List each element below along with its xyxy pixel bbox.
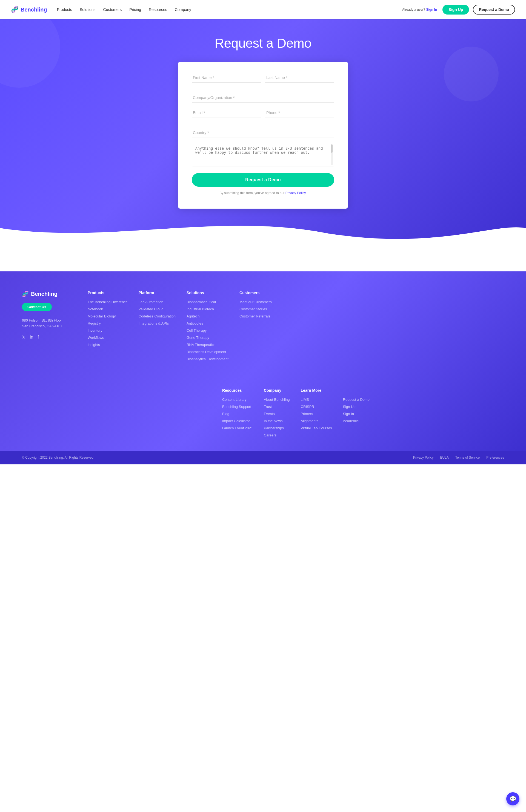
footer-link-careers[interactable]: Careers: [264, 433, 276, 437]
footer-link-bioanalytical[interactable]: Bioanalytical Development: [186, 357, 228, 361]
footer-link-benchling-support[interactable]: Benchling Support: [222, 405, 251, 409]
hero-wave: [0, 212, 526, 245]
submit-button[interactable]: Request a Demo: [192, 173, 334, 187]
footer-link-sign-up[interactable]: Sign Up: [343, 405, 356, 409]
footer-link-sign-in[interactable]: Sign In: [343, 412, 354, 416]
footer-col-company: Company About Benchling Trust Events In …: [264, 388, 290, 440]
logo-icon: 🧬: [11, 6, 18, 13]
footer-link-biopharma[interactable]: Biopharmaceutical: [186, 300, 216, 304]
footer-link-antibodies[interactable]: Antibodies: [186, 321, 203, 325]
logo[interactable]: 🧬 Benchling: [11, 6, 47, 13]
footer-link-crispr[interactable]: CRISPR: [301, 405, 314, 409]
first-name-input[interactable]: [192, 73, 261, 83]
privacy-policy-link[interactable]: Privacy Policy.: [285, 191, 306, 195]
footer-link-lab-automation[interactable]: Lab Automation: [139, 300, 163, 304]
footer-address: 680 Folsom St., 8th Floor San Francisco,…: [22, 318, 71, 329]
contact-us-button[interactable]: Contact Us: [22, 303, 52, 311]
footer-link-molecular-biology[interactable]: Molecular Biology: [88, 314, 116, 318]
footer-link-workflows[interactable]: Workflows: [88, 335, 104, 340]
footer-link-inventory[interactable]: Inventory: [88, 329, 102, 333]
address-line1: 680 Folsom St., 8th Floor: [22, 318, 71, 323]
sign-in-link[interactable]: Sign In: [426, 8, 437, 12]
footer-bottom-cols: Resources Content Library Benchling Supp…: [22, 388, 504, 440]
name-row: [192, 73, 334, 88]
footer-link-impact-calculator[interactable]: Impact Calculator: [222, 419, 250, 423]
footer-link-academic[interactable]: Academic: [343, 419, 359, 423]
linkedin-icon[interactable]: in: [30, 335, 33, 340]
header: 🧬 Benchling Products Solutions Customers…: [0, 0, 526, 19]
footer-link-blog[interactable]: Blog: [222, 412, 229, 416]
last-name-input[interactable]: [265, 73, 334, 83]
footer-solutions-list: Biopharmaceutical Industrial Biotech Agr…: [186, 299, 228, 361]
footer-link-virtual-lab[interactable]: Virtual Lab Courses: [301, 426, 332, 430]
footer-link-gene-therapy[interactable]: Gene Therapy: [186, 335, 209, 340]
footer-link-notebook[interactable]: Notebook: [88, 307, 103, 311]
twitter-icon[interactable]: 𝕏: [22, 335, 26, 340]
footer-solutions-heading: Solutions: [186, 291, 228, 295]
footer-link-registry[interactable]: Registry: [88, 321, 101, 325]
footer-link-content-library[interactable]: Content Library: [222, 397, 246, 402]
nav-solutions[interactable]: Solutions: [80, 8, 95, 12]
footer-preferences[interactable]: Preferences: [486, 455, 504, 460]
footer-link-integrations[interactable]: Integrations & APIs: [139, 321, 169, 325]
footer-link-validated-cloud[interactable]: Validated Cloud: [139, 307, 164, 311]
footer-link-insights[interactable]: Insights: [88, 343, 100, 347]
last-name-group: [265, 73, 334, 83]
footer-link-benchling-difference[interactable]: The Benchling Difference: [88, 300, 127, 304]
request-demo-nav-button[interactable]: Request a Demo: [473, 5, 515, 15]
signup-button[interactable]: Sign Up: [442, 5, 469, 15]
footer-link-cell-therapy[interactable]: Cell Therapy: [186, 329, 207, 333]
footer-top: 🧬 Benchling Contact Us 680 Folsom St., 8…: [22, 291, 504, 363]
copyright: © Copyright 2022 Benchling. All Rights R…: [22, 455, 94, 460]
footer-link-trust[interactable]: Trust: [264, 405, 272, 409]
logo-text: Benchling: [20, 6, 47, 13]
footer-customers-list: Meet our Customers Customer Stories Cust…: [239, 299, 272, 319]
footer-link-in-the-news[interactable]: In the News: [264, 419, 283, 423]
footer-col-learn-more-extra: - Request a Demo Sign Up Sign In Academi…: [343, 388, 370, 440]
footer-link-meet-customers[interactable]: Meet our Customers: [239, 300, 272, 304]
footer-eula[interactable]: EULA: [440, 455, 449, 460]
nav-pricing[interactable]: Pricing: [129, 8, 141, 12]
first-name-group: [192, 73, 261, 83]
footer-link-rna-therapeutics[interactable]: RNA Therapeutics: [186, 343, 215, 347]
country-group: [192, 128, 334, 138]
footer-link-primers[interactable]: Primers: [301, 412, 313, 416]
footer-link-alignments[interactable]: Alignments: [301, 419, 318, 423]
footer-link-customer-stories[interactable]: Customer Stories: [239, 307, 267, 311]
footer-link-events[interactable]: Events: [264, 412, 275, 416]
nav-company[interactable]: Company: [175, 8, 191, 12]
hero-section: Request a Demo: [0, 19, 526, 244]
footer-link-customer-referrals[interactable]: Customer Referrals: [239, 314, 270, 318]
footer-link-request-demo[interactable]: Request a Demo: [343, 397, 370, 402]
email-input[interactable]: [192, 108, 261, 118]
footer-col-solutions: Solutions Biopharmaceutical Industrial B…: [186, 291, 228, 363]
footer-link-industrial-biotech[interactable]: Industrial Biotech: [186, 307, 214, 311]
footer-link-partnerships[interactable]: Partnerships: [264, 426, 284, 430]
footer-terms[interactable]: Terms of Service: [455, 455, 480, 460]
footer-col-customers: Customers Meet our Customers Customer St…: [239, 291, 272, 363]
footer-logo: 🧬 Benchling: [22, 291, 71, 297]
footer-bottom-section: Resources Content Library Benchling Supp…: [22, 380, 504, 440]
address-line2: San Francisco, CA 94107: [22, 323, 71, 329]
message-textarea[interactable]: [192, 143, 334, 165]
footer-link-codeless-config[interactable]: Codeless Configuration: [139, 314, 176, 318]
footer-link-lims[interactable]: LIMS: [301, 397, 309, 402]
footer-customers-heading: Customers: [239, 291, 272, 295]
nav-products[interactable]: Products: [57, 8, 72, 12]
country-input[interactable]: [192, 128, 334, 138]
footer-platform-list: Lab Automation Validated Cloud Codeless …: [139, 299, 176, 326]
company-input[interactable]: [192, 93, 334, 103]
footer-link-bioprocess[interactable]: Bioprocess Development: [186, 350, 226, 354]
footer-link-about[interactable]: About Benchling: [264, 397, 290, 402]
footer-resources-heading: Resources: [222, 388, 253, 393]
footer-privacy-policy[interactable]: Privacy Policy: [413, 455, 434, 460]
message-wrapper: [192, 143, 334, 166]
already-user-text: Already a user? Sign In: [402, 8, 437, 12]
nav-customers[interactable]: Customers: [103, 8, 122, 12]
footer-link-agritech[interactable]: Agritech: [186, 314, 200, 318]
nav-resources[interactable]: Resources: [149, 8, 167, 12]
phone-input[interactable]: [265, 108, 334, 118]
footer-link-launch-event[interactable]: Launch Event 2021: [222, 426, 253, 430]
facebook-icon[interactable]: f: [37, 335, 39, 340]
header-left: 🧬 Benchling Products Solutions Customers…: [11, 6, 191, 13]
